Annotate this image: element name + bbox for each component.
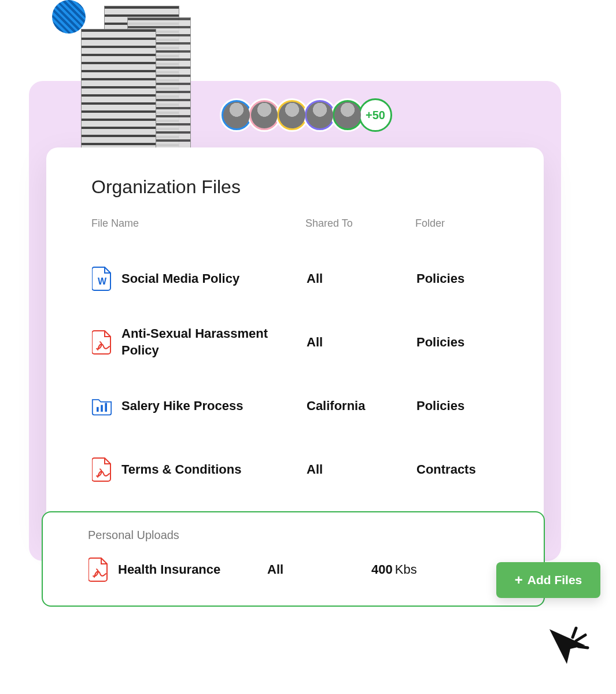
table-row[interactable]: Health Insurance All 400Kbs — [88, 557, 509, 582]
svg-line-5 — [576, 635, 585, 641]
table-row[interactable]: Salery Hike Process California Policies — [91, 374, 509, 438]
file-shared: All — [307, 462, 416, 477]
col-file-name: File Name — [91, 217, 305, 230]
decorative-circle — [52, 0, 86, 34]
avatar[interactable] — [248, 98, 281, 132]
svg-line-6 — [578, 647, 588, 648]
file-folder: Policies — [416, 271, 509, 286]
svg-text:W: W — [98, 276, 107, 286]
file-shared: All — [307, 335, 416, 350]
file-name: Social Media Policy — [121, 271, 307, 287]
file-shared: All — [307, 271, 416, 286]
table-row[interactable]: Anti-Sexual Harassment Policy All Polici… — [91, 311, 509, 374]
organization-files-card: Organization Files File Name Shared To F… — [46, 147, 544, 536]
svg-rect-3 — [105, 403, 107, 412]
avatar-overflow-count[interactable]: +50 — [359, 98, 392, 132]
table-row[interactable]: W Social Media Policy All Policies — [91, 247, 509, 311]
file-folder: Contracts — [416, 462, 509, 477]
table-row[interactable]: Terms & Conditions All Contracts — [91, 438, 509, 501]
col-shared-to: Shared To — [305, 217, 415, 230]
page-title: Organization Files — [91, 176, 509, 198]
svg-rect-1 — [97, 407, 99, 412]
file-folder: Policies — [416, 335, 509, 350]
file-name: Salery Hike Process — [121, 398, 307, 415]
file-shared: All — [267, 562, 371, 577]
pdf-icon — [88, 557, 109, 582]
avatar[interactable] — [220, 98, 253, 132]
plus-icon: + — [515, 573, 523, 587]
building-illustration — [81, 6, 197, 156]
personal-uploads-card: Personal Uploads Health Insurance All 40… — [42, 511, 545, 607]
file-size: 400Kbs — [371, 562, 509, 577]
cursor-icon — [544, 623, 590, 672]
file-shared: California — [307, 398, 416, 414]
svg-line-4 — [573, 628, 576, 637]
pdf-icon — [91, 457, 112, 482]
word-doc-icon: W — [91, 266, 112, 291]
file-name: Health Insurance — [118, 562, 267, 577]
avatar[interactable] — [275, 98, 309, 132]
file-name: Anti-Sexual Harassment Policy — [121, 326, 307, 359]
avatar[interactable] — [303, 98, 337, 132]
pdf-icon — [91, 330, 112, 355]
file-name: Terms & Conditions — [121, 462, 307, 478]
add-files-label: Add Files — [528, 573, 582, 587]
chart-folder-icon — [91, 393, 112, 419]
col-folder: Folder — [415, 217, 509, 230]
file-size-value: 400 — [371, 562, 393, 577]
file-folder: Policies — [416, 398, 509, 414]
file-size-unit: Kbs — [395, 562, 417, 577]
table-header: File Name Shared To Folder — [91, 217, 509, 230]
svg-rect-2 — [101, 405, 103, 412]
section-title: Personal Uploads — [88, 529, 509, 542]
add-files-button[interactable]: + Add Files — [496, 562, 600, 598]
avatar[interactable] — [331, 98, 364, 132]
member-avatars: +50 — [220, 98, 392, 132]
